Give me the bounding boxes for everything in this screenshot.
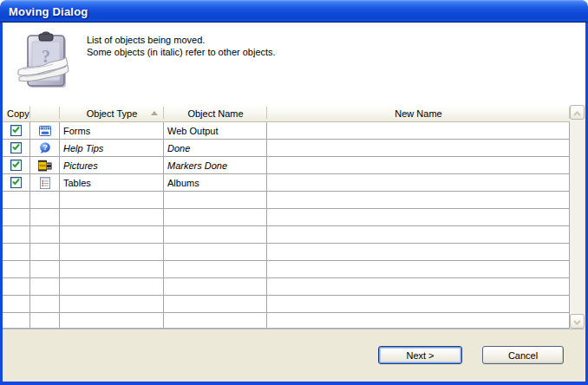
table-cell-icon[interactable] bbox=[30, 278, 60, 296]
table-cell-copy[interactable] bbox=[3, 192, 30, 209]
table-cell-type[interactable]: Tables bbox=[60, 174, 164, 192]
table-row-empty[interactable] bbox=[3, 209, 570, 226]
table-cell-type[interactable] bbox=[60, 296, 164, 313]
table-row-empty[interactable] bbox=[3, 226, 570, 244]
info-text: List of objects being moved. Some object… bbox=[87, 34, 276, 58]
scroll-down-button[interactable] bbox=[570, 314, 585, 329]
table-cell-type[interactable] bbox=[60, 192, 164, 209]
table-cell-icon[interactable] bbox=[30, 296, 60, 313]
table-row[interactable]: FormsWeb Output bbox=[3, 122, 570, 140]
table-row-empty[interactable] bbox=[3, 278, 570, 296]
table-cell-new_name[interactable] bbox=[267, 244, 570, 261]
table-cell-new_name[interactable] bbox=[267, 157, 570, 174]
table-cell-new_name[interactable] bbox=[267, 296, 570, 313]
column-header-copy[interactable]: Copy bbox=[3, 105, 30, 122]
table-header: CopyObject TypeObject NameNew Name bbox=[3, 105, 570, 122]
table-cell-name[interactable] bbox=[164, 244, 267, 261]
table-cell-name[interactable] bbox=[164, 209, 267, 226]
copy-checkbox[interactable] bbox=[10, 142, 22, 153]
table-cell-type[interactable]: Forms bbox=[60, 122, 164, 140]
table-cell-copy[interactable] bbox=[3, 313, 30, 328]
table-cell-new_name[interactable] bbox=[267, 174, 570, 192]
table-cell-icon[interactable] bbox=[30, 157, 60, 174]
copy-checkbox[interactable] bbox=[10, 160, 22, 171]
table-cell-new_name[interactable] bbox=[267, 278, 570, 296]
cell-text: Help Tips bbox=[63, 143, 103, 153]
table-cell-new_name[interactable] bbox=[267, 209, 570, 226]
table-cell-icon[interactable] bbox=[30, 209, 60, 226]
table-cell-icon[interactable]: ? bbox=[30, 140, 60, 157]
table-cell-icon[interactable] bbox=[30, 192, 60, 209]
table-row-empty[interactable] bbox=[3, 244, 570, 261]
table-cell-copy[interactable] bbox=[3, 278, 30, 296]
table-cell-type[interactable] bbox=[60, 278, 164, 296]
table-cell-copy[interactable] bbox=[3, 226, 30, 244]
table-row-empty[interactable] bbox=[3, 261, 570, 278]
table-cell-copy[interactable] bbox=[3, 209, 30, 226]
titlebar[interactable]: Moving Dialog bbox=[0, 0, 588, 23]
table-cell-copy[interactable] bbox=[3, 261, 30, 278]
cell-text: Tables bbox=[63, 178, 91, 188]
column-header-type[interactable]: Object Type bbox=[60, 105, 164, 122]
check-icon bbox=[11, 142, 21, 153]
column-header-new_name[interactable]: New Name bbox=[267, 105, 570, 122]
cancel-button[interactable]: Cancel bbox=[482, 346, 564, 364]
table-cell-name[interactable] bbox=[164, 226, 267, 244]
table-cell-type[interactable] bbox=[60, 226, 164, 244]
table-cell-copy[interactable] bbox=[3, 122, 30, 140]
copy-checkbox[interactable] bbox=[10, 177, 22, 188]
table-cell-new_name[interactable] bbox=[267, 226, 570, 244]
table-row-empty[interactable] bbox=[3, 192, 570, 209]
table-row[interactable]: PicturesMarkers Done bbox=[3, 157, 570, 174]
table-cell-type[interactable]: Help Tips bbox=[60, 140, 164, 157]
clipboard-question-icon: ? bbox=[16, 31, 77, 95]
table-list-icon bbox=[38, 176, 52, 190]
table-cell-new_name[interactable] bbox=[267, 122, 570, 140]
table-cell-icon[interactable] bbox=[30, 122, 60, 140]
table-cell-name[interactable]: Markers Done bbox=[164, 157, 267, 174]
table-cell-type[interactable] bbox=[60, 261, 164, 278]
table-cell-type[interactable] bbox=[60, 209, 164, 226]
table-cell-icon[interactable] bbox=[30, 261, 60, 278]
column-header-label: Object Type bbox=[87, 108, 138, 119]
help-balloon-icon: ? bbox=[38, 141, 52, 155]
table-cell-new_name[interactable] bbox=[267, 140, 570, 157]
table-cell-type[interactable] bbox=[60, 244, 164, 261]
table-cell-type[interactable]: Pictures bbox=[60, 157, 164, 174]
table-cell-copy[interactable] bbox=[3, 296, 30, 313]
table-cell-new_name[interactable] bbox=[267, 261, 570, 278]
table-cell-name[interactable]: Done bbox=[164, 140, 267, 157]
table-cell-name[interactable] bbox=[164, 278, 267, 296]
table-cell-icon[interactable] bbox=[30, 174, 60, 192]
table-row[interactable]: ?Help TipsDone bbox=[3, 140, 570, 157]
table-cell-copy[interactable] bbox=[3, 140, 30, 157]
table-cell-name[interactable] bbox=[164, 261, 267, 278]
sort-ascending-icon bbox=[151, 111, 158, 115]
table-cell-name[interactable] bbox=[164, 313, 267, 328]
next-button[interactable]: Next > bbox=[378, 346, 462, 364]
table-cell-type[interactable] bbox=[60, 313, 164, 328]
table-cell-icon[interactable] bbox=[30, 313, 60, 328]
table-row[interactable]: TablesAlbums bbox=[3, 174, 570, 192]
chevron-up-icon bbox=[572, 105, 582, 121]
table-cell-copy[interactable] bbox=[3, 157, 30, 174]
table-cell-icon[interactable] bbox=[30, 226, 60, 244]
table-cell-copy[interactable] bbox=[3, 174, 30, 192]
table-row-empty[interactable] bbox=[3, 313, 570, 328]
table-cell-new_name[interactable] bbox=[267, 192, 570, 209]
scroll-up-button[interactable] bbox=[570, 105, 585, 120]
column-header-label: Object Name bbox=[187, 108, 243, 119]
table-cell-name[interactable]: Web Output bbox=[164, 122, 267, 140]
vertical-scrollbar[interactable] bbox=[570, 105, 585, 329]
table-cell-copy[interactable] bbox=[3, 244, 30, 261]
table-cell-name[interactable] bbox=[164, 296, 267, 313]
table-cell-name[interactable] bbox=[164, 192, 267, 209]
copy-checkbox[interactable] bbox=[10, 125, 22, 136]
check-icon bbox=[11, 177, 21, 188]
column-header-icon[interactable] bbox=[30, 105, 60, 122]
table-row-empty[interactable] bbox=[3, 296, 570, 313]
table-cell-new_name[interactable] bbox=[267, 313, 570, 328]
table-cell-name[interactable]: Albums bbox=[164, 174, 267, 192]
table-cell-icon[interactable] bbox=[30, 244, 60, 261]
column-header-name[interactable]: Object Name bbox=[164, 105, 267, 122]
